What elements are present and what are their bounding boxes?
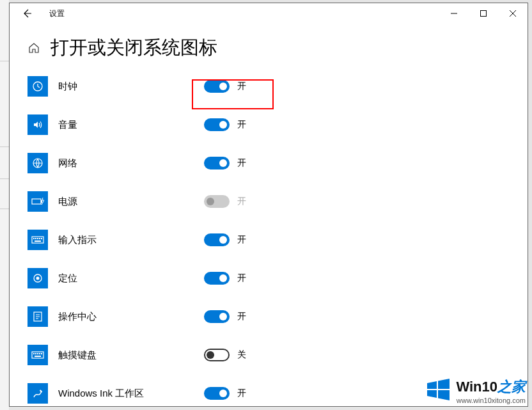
toggle-area: 关 (204, 349, 528, 361)
keyboard-icon (27, 345, 48, 365)
toggle-area: 开 (204, 233, 528, 246)
page-header: 打开或关闭系统图标 (10, 24, 528, 67)
system-icon-row: 输入指示开 (27, 221, 528, 259)
svg-rect-7 (35, 238, 36, 239)
maximize-button[interactable] (469, 3, 498, 24)
svg-rect-10 (41, 238, 42, 239)
clock-icon (27, 76, 48, 97)
toggle-switch[interactable] (204, 272, 230, 285)
toggle-switch[interactable] (204, 349, 230, 361)
toggle-state-label: 开 (237, 388, 246, 399)
titlebar: 设置 (10, 3, 528, 24)
svg-rect-19 (39, 353, 40, 354)
close-icon (510, 10, 516, 17)
system-icon-row: 定位开 (27, 259, 528, 297)
edge-divider (0, 209, 9, 209)
windows-logo-icon (425, 377, 451, 405)
svg-point-13 (36, 277, 40, 280)
system-icon-row: 网络开 (27, 144, 528, 182)
svg-rect-0 (481, 11, 487, 17)
battery-icon (27, 191, 48, 212)
arrow-left-icon (22, 8, 32, 19)
toggle-area: 开 (204, 118, 528, 131)
system-icon-row: 触摸键盘关 (27, 336, 528, 374)
volume-icon (27, 114, 48, 135)
toggle-state-label: 开 (237, 311, 246, 322)
location-icon (27, 268, 48, 288)
toggle-state-label: 开 (237, 196, 246, 207)
toggle-area: 开 (204, 157, 528, 170)
svg-rect-8 (37, 238, 38, 239)
globe-icon (27, 153, 48, 173)
watermark-url: www.win10xitong.com (456, 397, 526, 404)
back-button[interactable] (15, 3, 39, 24)
toggle-state-label: 开 (237, 272, 246, 284)
item-label: 输入指示 (58, 234, 97, 246)
toggle-switch[interactable] (204, 310, 230, 323)
minimize-icon (451, 10, 457, 17)
item-label: Windows Ink 工作区 (58, 388, 144, 400)
system-icon-row: 音量开 (27, 106, 528, 144)
edge-divider (0, 178, 9, 179)
svg-rect-18 (37, 353, 38, 354)
window-title: 设置 (49, 8, 65, 19)
svg-rect-3 (32, 199, 41, 204)
toggle-area: 开 (204, 80, 528, 93)
svg-rect-15 (32, 352, 43, 358)
item-label: 触摸键盘 (58, 349, 97, 361)
toggle-switch[interactable] (204, 118, 230, 131)
edge-divider (0, 61, 9, 61)
system-icon-row: 电源开 (27, 182, 528, 221)
settings-window: 设置 打开或关闭系统图标 时钟开音量开网络开电源开输入指示开定位开操作中心开触摸… (9, 3, 528, 407)
watermark-text: Win10之家 www.win10xitong.com (456, 377, 526, 404)
toggle-state-label: 关 (237, 349, 246, 361)
toggle-area: 开 (204, 310, 528, 323)
svg-rect-9 (39, 238, 40, 239)
minimize-button[interactable] (439, 3, 469, 24)
toggle-switch[interactable] (204, 157, 230, 170)
svg-rect-20 (41, 353, 42, 354)
toggle-switch (204, 195, 230, 208)
system-icon-row: 时钟开 (27, 67, 528, 106)
window-controls (439, 3, 528, 24)
notes-icon (27, 306, 48, 327)
svg-rect-17 (35, 353, 36, 354)
item-label: 音量 (58, 119, 77, 131)
toggle-switch[interactable] (204, 387, 230, 400)
keyboard-icon (27, 230, 48, 250)
watermark-brand-suffix: 之家 (497, 379, 526, 395)
svg-rect-11 (35, 240, 41, 242)
system-icons-list: 时钟开音量开网络开电源开输入指示开定位开操作中心开触摸键盘关Windows In… (10, 67, 528, 407)
svg-rect-21 (35, 356, 41, 357)
item-label: 定位 (58, 272, 77, 285)
toggle-switch[interactable] (204, 80, 230, 93)
left-edge-bg (0, 0, 9, 410)
svg-rect-6 (33, 238, 35, 239)
ink-icon (27, 383, 48, 404)
edge-divider (0, 146, 9, 147)
home-button[interactable] (27, 42, 40, 54)
toggle-state-label: 开 (237, 81, 246, 92)
watermark: Win10之家 www.win10xitong.com (425, 377, 526, 405)
home-icon (28, 42, 40, 54)
item-label: 电源 (58, 196, 77, 208)
toggle-area: 开 (204, 195, 528, 208)
toggle-state-label: 开 (237, 234, 246, 246)
watermark-brand-prefix: Win10 (456, 379, 497, 395)
toggle-switch[interactable] (204, 233, 230, 246)
system-icon-row: 操作中心开 (27, 297, 528, 336)
item-label: 操作中心 (58, 311, 97, 323)
toggle-state-label: 开 (237, 119, 246, 130)
item-label: 时钟 (58, 81, 77, 93)
maximize-icon (480, 10, 487, 17)
svg-rect-16 (33, 353, 35, 354)
svg-rect-4 (41, 200, 42, 203)
item-label: 网络 (58, 157, 77, 170)
page-title: 打开或关闭系统图标 (51, 35, 217, 61)
toggle-area: 开 (204, 272, 528, 285)
watermark-title: Win10之家 (456, 377, 526, 397)
svg-rect-5 (32, 237, 43, 243)
close-button[interactable] (498, 3, 528, 24)
toggle-state-label: 开 (237, 157, 246, 169)
